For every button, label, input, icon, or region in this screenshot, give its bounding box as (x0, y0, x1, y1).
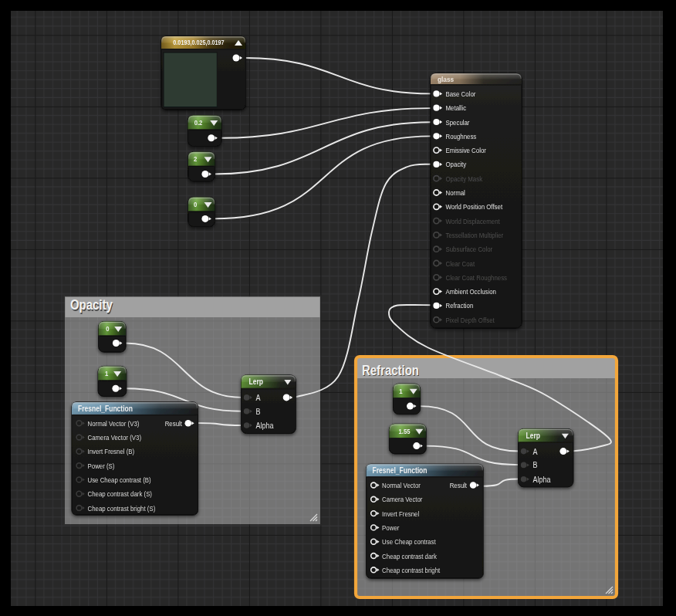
svg-text:Power: Power (382, 523, 399, 532)
svg-text:Pixel Depth Offset: Pixel Depth Offset (446, 316, 495, 324)
svg-text:Normal: Normal (446, 188, 465, 197)
svg-text:Alpha: Alpha (256, 421, 274, 430)
svg-text:Refraction: Refraction (362, 363, 419, 378)
svg-text:Result: Result (165, 419, 183, 428)
svg-text:Lerp: Lerp (526, 432, 540, 440)
svg-text:Use Cheap contrast: Use Cheap contrast (382, 537, 436, 546)
svg-text:Fresnel_Function: Fresnel_Function (78, 404, 133, 413)
svg-text:1.55: 1.55 (399, 428, 411, 435)
svg-text:Invert Fresnel (B): Invert Fresnel (B) (88, 447, 135, 455)
svg-text:Alpha: Alpha (533, 475, 551, 484)
svg-text:1: 1 (399, 388, 402, 395)
svg-text:Metallic: Metallic (446, 103, 467, 112)
svg-text:A: A (533, 447, 538, 456)
svg-text:Lerp: Lerp (249, 377, 263, 386)
svg-text:B: B (256, 407, 261, 416)
svg-text:Cheap contrast dark: Cheap contrast dark (382, 552, 437, 560)
svg-text:0.0193,0.025,0.0197: 0.0193,0.025,0.0197 (173, 39, 224, 46)
svg-text:Clear Coat Roughness: Clear Coat Roughness (446, 273, 508, 282)
svg-text:Fresnel_Function: Fresnel_Function (373, 466, 428, 475)
svg-text:Roughness: Roughness (446, 132, 477, 140)
svg-text:0: 0 (106, 325, 109, 333)
svg-text:Cheap contrast bright (S): Cheap contrast bright (S) (88, 504, 156, 513)
svg-text:Tessellation Multiplier: Tessellation Multiplier (446, 231, 504, 239)
svg-text:Power (S): Power (S) (88, 462, 115, 470)
svg-text:Cheap contrast bright: Cheap contrast bright (382, 566, 441, 574)
svg-text:A: A (256, 393, 261, 402)
svg-text:Subsurface Color: Subsurface Color (446, 245, 493, 253)
svg-text:World Displacement: World Displacement (446, 217, 501, 225)
svg-text:Clear Coat: Clear Coat (446, 259, 475, 268)
svg-text:Opacity: Opacity (446, 160, 467, 168)
svg-text:glass: glass (438, 75, 455, 83)
svg-text:Opacity Mask: Opacity Mask (446, 174, 483, 183)
svg-text:Cheap contrast dark (S): Cheap contrast dark (S) (88, 489, 153, 498)
svg-text:Use Cheap contrast (B): Use Cheap contrast (B) (88, 476, 151, 484)
svg-text:Result: Result (450, 481, 468, 489)
svg-text:Camera Vector (V3): Camera Vector (V3) (88, 433, 142, 442)
svg-text:Base Color: Base Color (446, 90, 476, 98)
svg-text:2: 2 (194, 155, 197, 163)
svg-text:Normal Vector: Normal Vector (382, 481, 421, 489)
svg-text:Camera Vector: Camera Vector (382, 495, 422, 503)
svg-text:B: B (533, 460, 538, 469)
svg-text:1: 1 (105, 370, 108, 377)
svg-text:Specular: Specular (446, 118, 470, 127)
svg-text:0.2: 0.2 (194, 119, 203, 127)
svg-text:Opacity: Opacity (70, 297, 113, 313)
svg-text:Refraction: Refraction (446, 301, 474, 310)
svg-text:Emissive Color: Emissive Color (446, 146, 486, 154)
svg-text:Ambient Occlusion: Ambient Occlusion (446, 287, 497, 296)
svg-text:0: 0 (194, 201, 197, 208)
svg-text:Invert Fresnel: Invert Fresnel (382, 509, 419, 518)
svg-text:World Position Offset: World Position Offset (446, 202, 503, 211)
svg-text:Normal Vector (V3): Normal Vector (V3) (88, 419, 140, 428)
